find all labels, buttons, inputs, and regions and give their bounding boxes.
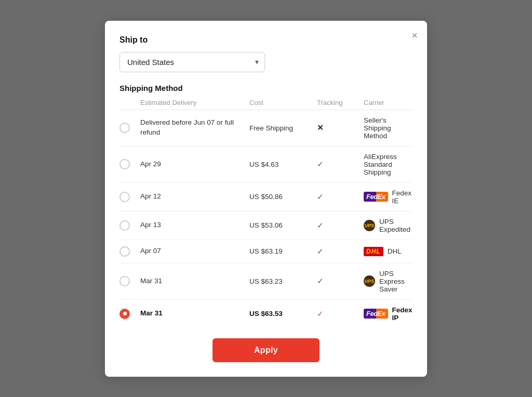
carrier-name: Fedex IE <box>392 189 413 205</box>
cost-text: US $4.63 <box>249 161 317 168</box>
carrier-name: Fedex IP <box>392 306 413 322</box>
carrier-cell: FedExFedex IP <box>364 306 413 322</box>
country-select-wrapper: United States United Kingdom Canada Aust… <box>119 52 265 72</box>
delivery-text: Apr 29 <box>140 160 249 169</box>
tracking-check-icon: ✓ <box>317 160 324 168</box>
tracking-icon: ✓ <box>317 247 364 256</box>
col-carrier-header: Carrier <box>364 99 413 107</box>
fedex-logo: FedEx <box>364 192 388 202</box>
col-cost-header: Cost <box>249 99 317 107</box>
tracking-check-icon: ✓ <box>317 309 324 318</box>
radio-button[interactable] <box>119 192 130 202</box>
delivery-text: Apr 12 <box>140 192 249 202</box>
col-radio-header <box>119 99 140 107</box>
close-button[interactable]: × <box>411 30 418 41</box>
col-delivery-header: Estimated Delivery <box>140 99 249 107</box>
carrier-name: UPS Expedited <box>379 218 413 233</box>
shipping-rows-container: Delivered before Jun 07 or full refundFr… <box>119 110 413 328</box>
table-row[interactable]: Apr 29US $4.63✓AliExpress Standard Shipp… <box>119 147 413 183</box>
delivery-text: Apr 13 <box>140 220 249 230</box>
tracking-icon: ✓ <box>317 221 364 230</box>
country-select[interactable]: United States United Kingdom Canada Aust… <box>119 52 265 72</box>
apply-button[interactable]: Apply <box>212 338 320 362</box>
ups-logo: UPS <box>364 275 375 287</box>
radio-button[interactable] <box>119 123 130 133</box>
delivery-text: Mar 31 <box>140 276 249 286</box>
radio-button[interactable] <box>119 159 130 169</box>
tracking-icon: ✓ <box>317 276 364 286</box>
tracking-icon: ✓ <box>317 309 364 319</box>
shipping-modal: × Ship to United States United Kingdom C… <box>105 21 427 377</box>
tracking-x-icon: ✕ <box>317 123 324 132</box>
carrier-cell: FedExFedex IE <box>364 189 413 205</box>
cost-text: Free Shipping <box>249 124 317 132</box>
ship-to-label: Ship to <box>119 35 413 45</box>
carrier-name: Seller's Shipping Method <box>364 116 413 140</box>
cost-text: US $63.23 <box>249 277 317 285</box>
ups-logo: UPS <box>364 220 375 231</box>
tracking-check-icon: ✓ <box>317 192 324 201</box>
radio-button[interactable] <box>119 220 130 231</box>
carrier-cell: Seller's Shipping Method <box>364 116 413 140</box>
table-row[interactable]: Delivered before Jun 07 or full refundFr… <box>119 110 413 147</box>
delivery-text: Mar 31 <box>140 309 249 319</box>
tracking-icon: ✕ <box>317 123 364 133</box>
tracking-icon: ✓ <box>317 160 364 169</box>
tracking-check-icon: ✓ <box>317 247 324 256</box>
tracking-check-icon: ✓ <box>317 221 324 230</box>
dhl-logo: DHL <box>364 247 383 256</box>
table-row[interactable]: Apr 13US $53.06✓UPSUPS Expedited <box>119 211 413 240</box>
tracking-icon: ✓ <box>317 192 364 202</box>
table-row[interactable]: Apr 12US $50.86✓FedExFedex IE <box>119 183 413 211</box>
carrier-name: DHL <box>388 247 402 255</box>
table-row[interactable]: Mar 31US $63.53✓FedExFedex IP <box>119 300 413 328</box>
col-tracking-header: Tracking <box>317 99 364 107</box>
delivery-text: Apr 07 <box>140 246 249 256</box>
cost-text: US $53.06 <box>249 221 317 229</box>
cost-text: US $63.53 <box>249 310 317 317</box>
carrier-name: AliExpress Standard Shipping <box>364 153 413 176</box>
radio-button[interactable] <box>119 309 130 319</box>
carrier-cell: UPSUPS Express Saver <box>364 270 413 293</box>
shipping-method-title: Shipping Method <box>119 84 413 92</box>
tracking-check-icon: ✓ <box>317 276 324 285</box>
fedex-logo: FedEx <box>364 309 388 319</box>
carrier-cell: DHLDHL <box>364 247 413 256</box>
carrier-name: UPS Express Saver <box>379 270 413 293</box>
cost-text: US $63.19 <box>249 247 317 255</box>
cost-text: US $50.86 <box>249 193 317 201</box>
table-row[interactable]: Apr 07US $63.19✓DHLDHL <box>119 240 413 263</box>
radio-button[interactable] <box>119 276 130 286</box>
carrier-cell: UPSUPS Expedited <box>364 218 413 233</box>
table-header: Estimated Delivery Cost Tracking Carrier <box>119 99 413 110</box>
apply-button-wrapper: Apply <box>119 338 413 362</box>
radio-button[interactable] <box>119 246 130 257</box>
delivery-text: Delivered before Jun 07 or full refund <box>140 118 249 138</box>
table-row[interactable]: Mar 31US $63.23✓UPSUPS Express Saver <box>119 263 413 300</box>
carrier-cell: AliExpress Standard Shipping <box>364 153 413 176</box>
